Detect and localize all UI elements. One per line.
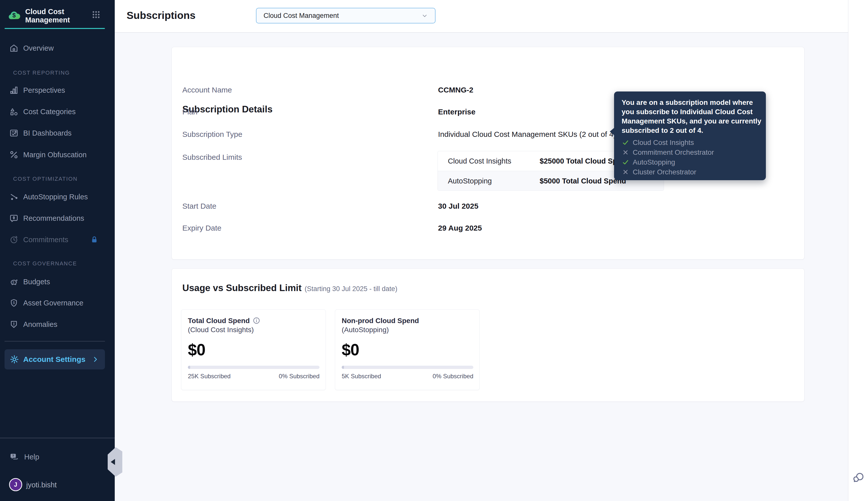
plan-label: Plan (182, 107, 197, 117)
usage-date-range: (Starting 30 Jul 2025 - till date) (305, 285, 397, 292)
right-rail (848, 0, 868, 501)
spend-amount: $0 (342, 340, 359, 359)
sidebar-item-budgets[interactable]: $ Budgets (0, 274, 115, 290)
autostopping-rule-icon (9, 192, 19, 202)
card-title: Usage vs Subscribed Limit(Starting 30 Ju… (182, 283, 397, 294)
list-item: Cloud Cost Insights (621, 138, 758, 147)
sidebar-item-label: Recommendations (23, 210, 84, 226)
sidebar-item-overview[interactable]: Overview (0, 40, 115, 56)
list-item: Cluster Orchestrator (621, 167, 758, 177)
subscription-type-value: Individual Cloud Cost Management SKUs (2… (438, 129, 626, 139)
lock-icon (90, 236, 98, 244)
usage-progress-bar (342, 366, 473, 369)
sidebar-item-autostopping-rules[interactable]: AutoStopping Rules (0, 189, 115, 205)
dashboard-image-icon (9, 128, 19, 138)
sidebar: $ Cloud Cost Management Overview COST RE… (0, 0, 115, 501)
gear-icon (10, 354, 19, 364)
bar-chart-icon (9, 85, 19, 95)
expiry-date-value: 29 Aug 2025 (438, 223, 482, 233)
sku-name: AutoStopping (448, 171, 492, 191)
sidebar-item-recommendations[interactable]: Recommendations (0, 210, 115, 226)
sidebar-item-label: Overview (23, 40, 54, 56)
sidebar-item-label: Commitments (23, 232, 68, 248)
usage-progress-fill (342, 366, 344, 369)
chat-support-icon[interactable] (853, 472, 865, 484)
account-name-label: Account Name (182, 85, 232, 95)
user-name: jyoti.bisht (26, 477, 57, 493)
accent-underline (4, 28, 105, 29)
start-date-value: 30 Jul 2025 (438, 201, 478, 211)
home-icon (9, 43, 19, 53)
subscription-type-label: Subscription Type (182, 129, 242, 139)
module-select[interactable]: Cloud Cost Management (256, 8, 436, 23)
sidebar-item-label: Budgets (23, 274, 50, 290)
sidebar-divider (0, 438, 115, 438)
expiry-date-label: Expiry Date (182, 223, 221, 233)
subscription-info-tooltip: You are on a subscription model where yo… (614, 92, 766, 180)
sku-name: Cloud Cost Insights (448, 151, 511, 171)
svg-text:$: $ (12, 280, 14, 284)
sidebar-item-label: Perspectives (23, 82, 65, 98)
sidebar-section-cost-reporting: COST REPORTING (13, 69, 109, 77)
sidebar-section-cost-optimization: COST OPTIMIZATION (13, 175, 109, 183)
spend-card-title: Total Cloud Spend (188, 317, 260, 325)
sidebar-item-margin-obfuscation[interactable]: Margin Obfuscation (0, 147, 115, 163)
svg-text:$: $ (13, 301, 15, 305)
app-grid-icon[interactable] (92, 10, 101, 19)
account-name-value: CCMNG-2 (438, 85, 473, 95)
sidebar-divider (4, 341, 105, 341)
svg-text:?: ? (12, 454, 14, 458)
plan-value: Enterprise (438, 107, 475, 117)
tooltip-text: Management SKUs, and you are currently (621, 116, 758, 126)
anomaly-alert-icon (9, 320, 19, 329)
start-date-label: Start Date (182, 201, 216, 211)
page-header: Subscriptions Cloud Cost Management (115, 0, 848, 33)
subscribed-percent-label: 0% Subscribed (279, 372, 320, 381)
usage-progress-bar (188, 366, 320, 369)
percent-icon (9, 150, 19, 160)
sidebar-item-asset-governance[interactable]: $ Asset Governance (0, 295, 115, 311)
clock-history-icon (9, 235, 19, 244)
total-cloud-spend-card: Total Cloud Spend (Cloud Cost Insights) … (181, 309, 326, 390)
spend-card-sku: (Cloud Cost Insights) (188, 326, 254, 334)
sku-limit: $5000 Total Cloud Spend (540, 171, 626, 191)
list-item: AutoStopping (621, 157, 758, 167)
page-title: Subscriptions (127, 10, 196, 21)
info-icon[interactable] (253, 317, 260, 324)
tooltip-text: You are on a subscription model where (621, 98, 758, 107)
list-item: Commitment Orchestrator (621, 147, 758, 157)
tooltip-sku-list: Cloud Cost Insights Commitment Orchestra… (621, 138, 758, 177)
piggy-bank-icon: $ (9, 277, 19, 287)
sidebar-item-bi-dashboards[interactable]: BI Dashboards (0, 125, 115, 141)
cloud-cost-logo-icon: $ (7, 9, 21, 22)
sidebar-item-label: Anomalies (23, 316, 57, 332)
sidebar-item-account-settings[interactable]: Account Settings (4, 349, 105, 370)
sidebar-item-label: Asset Governance (23, 295, 83, 311)
check-icon (622, 139, 629, 146)
sidebar-item-anomalies[interactable]: Anomalies (0, 316, 115, 332)
x-icon (622, 169, 629, 175)
spend-card-sku: (AutoStopping) (342, 326, 389, 334)
module-select-value: Cloud Cost Management (263, 8, 339, 23)
avatar: J (9, 478, 22, 491)
subscribed-amount-label: 25K Subscribed (188, 372, 230, 381)
app-logo: $ Cloud Cost Management (7, 8, 108, 25)
spend-card-title: Non-prod Cloud Spend (342, 317, 419, 325)
shapes-icon (9, 107, 19, 116)
spend-amount: $0 (188, 340, 205, 359)
tooltip-text: subscribed to 2 out of 4. (621, 126, 758, 135)
subscribed-percent-label: 0% Subscribed (433, 372, 473, 381)
usage-vs-limit-card: Usage vs Subscribed Limit(Starting 30 Ju… (171, 268, 804, 402)
sidebar-item-perspectives[interactable]: Perspectives (0, 82, 115, 98)
sidebar-item-cost-categories[interactable]: Cost Categories (0, 104, 115, 120)
sidebar-item-label: BI Dashboards (23, 125, 72, 141)
sidebar-item-label: Help (24, 449, 39, 465)
collapse-arrow-icon (111, 459, 115, 465)
svg-text:$: $ (12, 12, 15, 19)
sidebar-item-help[interactable]: ? Help (0, 449, 115, 465)
user-menu[interactable]: J jyoti.bisht (0, 477, 115, 493)
sidebar-item-label: Account Settings (23, 349, 85, 370)
tooltip-arrow (610, 128, 615, 136)
chevron-down-icon (421, 13, 428, 19)
help-chat-icon: ? (9, 452, 19, 462)
